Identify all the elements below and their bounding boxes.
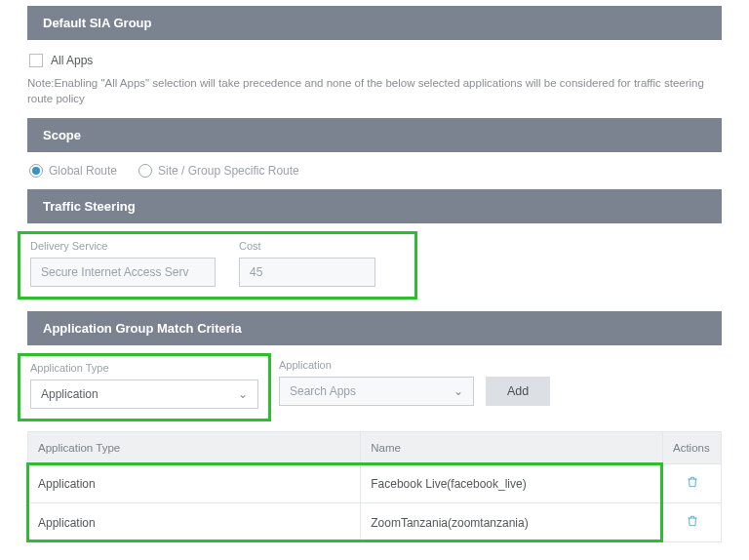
section-app-match: Application Group Match Criteria: [27, 311, 722, 345]
cell-name: Facebook Live(facebook_live): [361, 464, 663, 503]
cost-label: Cost: [239, 240, 375, 252]
cell-name: ZoomTanzania(zoomtanzania): [361, 503, 663, 542]
scope-site-label: Site / Group Specific Route: [158, 164, 299, 178]
application-type-highlight: Application Type Application ⌄: [18, 353, 271, 421]
cell-type: Application: [28, 503, 361, 542]
section-default-sia: Default SIA Group: [27, 6, 722, 40]
application-type-label: Application Type: [30, 362, 258, 374]
delivery-service-input[interactable]: [30, 258, 216, 287]
all-apps-label: All Apps: [51, 54, 93, 67]
chevron-down-icon: ⌄: [453, 384, 463, 398]
th-application-type: Application Type: [28, 432, 361, 464]
scope-radio-global[interactable]: Global Route: [29, 164, 117, 178]
trash-icon[interactable]: [686, 475, 699, 489]
application-type-value: Application: [41, 387, 99, 401]
cell-type: Application: [28, 464, 361, 503]
chevron-down-icon: ⌄: [238, 387, 248, 401]
all-apps-checkbox[interactable]: [29, 54, 43, 67]
th-actions: Actions: [663, 432, 722, 464]
application-label: Application: [279, 359, 550, 371]
all-apps-note: Note:Enabling "All Apps" selection will …: [27, 75, 722, 106]
trash-icon[interactable]: [686, 514, 699, 528]
delivery-service-label: Delivery Service: [30, 240, 216, 252]
table-row: ApplicationZoomTanzania(zoomtanzania): [28, 503, 722, 542]
section-traffic-steering: Traffic Steering: [27, 189, 722, 223]
application-type-select[interactable]: Application ⌄: [30, 380, 258, 409]
application-table: Application Type Name Actions Applicatio…: [27, 431, 722, 542]
cost-input[interactable]: [239, 258, 375, 287]
add-button[interactable]: Add: [486, 377, 550, 406]
table-row: ApplicationFacebook Live(facebook_live): [28, 464, 722, 503]
scope-radio-site[interactable]: Site / Group Specific Route: [138, 164, 299, 178]
application-search-select[interactable]: Search Apps ⌄: [279, 377, 474, 406]
traffic-steering-highlight: Delivery Service Cost: [18, 231, 417, 300]
scope-global-label: Global Route: [49, 164, 117, 178]
application-search-placeholder: Search Apps: [290, 384, 356, 398]
th-name: Name: [361, 432, 663, 464]
section-scope: Scope: [27, 118, 722, 152]
